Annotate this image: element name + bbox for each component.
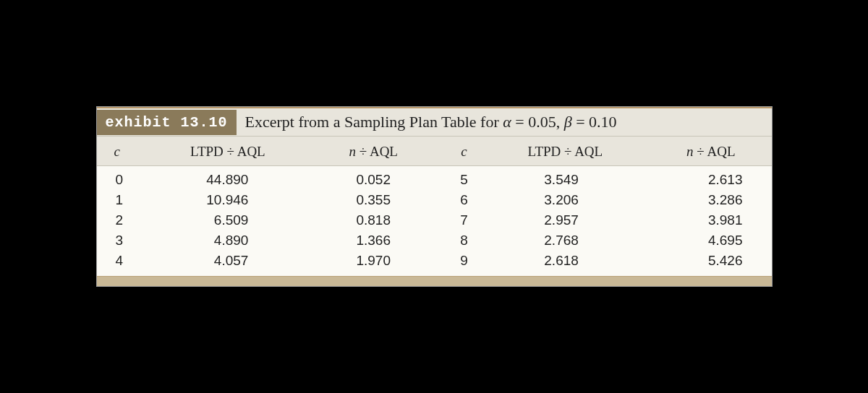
alpha-symbol: α [503,113,511,131]
exhibit-table-container: exhibit 13.10 Excerpt from a Sampling Pl… [96,106,773,287]
header-ltpd-right: LTPD ÷ AQL [494,137,637,166]
sampling-plan-table: c LTPD ÷ AQL n ÷ AQL c LTPD ÷ AQL n ÷ AQ… [97,137,772,276]
title-bar: exhibit 13.10 Excerpt from a Sampling Pl… [97,107,772,137]
table-row: 0 44.890 0.052 5 3.549 2.613 [97,166,772,191]
bottom-accent-bar [97,276,772,286]
table-row: 2 6.509 0.818 7 2.957 3.981 [97,210,772,230]
title-prefix: Excerpt from a Sampling Plan Table for [245,113,503,131]
header-c-left: c [97,137,157,166]
header-c-right: c [434,137,494,166]
beta-value: = 0.10 [572,113,617,131]
beta-symbol: β [564,113,572,131]
header-naql-left: n ÷ AQL [299,137,434,166]
table-row: 4 4.057 1.970 9 2.618 5.426 [97,251,772,276]
table-row: 3 4.890 1.366 8 2.768 4.695 [97,230,772,251]
table-header-row: c LTPD ÷ AQL n ÷ AQL c LTPD ÷ AQL n ÷ AQ… [97,137,772,166]
header-ltpd-left: LTPD ÷ AQL [156,137,299,166]
exhibit-badge: exhibit 13.10 [97,110,237,135]
alpha-value: = 0.05, [511,113,564,131]
header-naql-right: n ÷ AQL [637,137,772,166]
table-row: 1 10.946 0.355 6 3.206 3.286 [97,190,772,210]
exhibit-title: Excerpt from a Sampling Plan Table for α… [237,108,626,136]
table-body: 0 44.890 0.052 5 3.549 2.613 1 10.946 0.… [97,166,772,277]
